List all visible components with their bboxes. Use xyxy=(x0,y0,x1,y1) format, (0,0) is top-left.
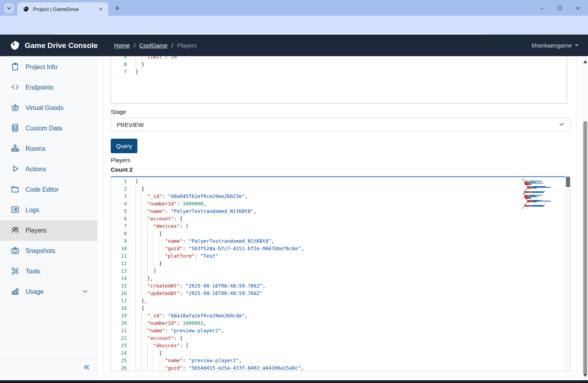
code-token: "account" xyxy=(147,335,174,341)
code-token: "updatedAt" xyxy=(147,290,180,296)
indent-guide xyxy=(135,312,141,319)
sidebar-item-label: Snapshots xyxy=(26,247,55,255)
new-tab-button[interactable]: + xyxy=(112,3,122,13)
code-token: : xyxy=(165,208,171,214)
tab-search-button[interactable] xyxy=(4,3,14,13)
code-line: 22"account": { xyxy=(111,334,570,342)
code-line: 11"platform": "Test" xyxy=(111,252,570,260)
line-number: 5 xyxy=(111,56,127,60)
maximize-button[interactable] xyxy=(552,2,568,13)
line-number: 5 xyxy=(111,207,127,215)
minimize-button[interactable]: – xyxy=(534,2,550,13)
indent-guide xyxy=(135,304,141,312)
code-token: , xyxy=(203,320,206,326)
code-token: 1000001 xyxy=(183,320,203,326)
indent-guide xyxy=(153,260,159,267)
indent-guide xyxy=(147,357,153,364)
line-number: 12 xyxy=(111,260,127,267)
close-window-button[interactable]: × xyxy=(570,2,586,13)
indent-guide xyxy=(153,252,159,260)
browser-tab[interactable]: Project | GameDrive × xyxy=(17,2,108,16)
code-token: , xyxy=(245,193,248,199)
indent-guide xyxy=(141,56,147,60)
indent-guide xyxy=(153,364,159,371)
scroll-up-icon[interactable] xyxy=(583,59,587,63)
gamedrive-logo-icon xyxy=(9,40,20,51)
indent-guide xyxy=(141,245,147,252)
code-token: "2025-08-16T08:48:59.766Z" xyxy=(186,290,263,296)
folder-icon xyxy=(11,185,20,195)
minimap[interactable] xyxy=(521,178,565,217)
code-token: "platform" xyxy=(165,253,194,259)
query-code-editor[interactable]: 5limit : 206}7} xyxy=(111,56,567,104)
stage-select[interactable]: PREVIEW xyxy=(111,118,570,131)
code-token: : [ xyxy=(180,223,189,229)
editor-scrollbar-thumb[interactable] xyxy=(566,177,570,187)
breadcrumb-item-coolgame[interactable]: CoolGame xyxy=(139,42,168,49)
user-menu[interactable]: khonkaengame xyxy=(531,42,579,49)
code-line: 18{ xyxy=(111,304,570,312)
tab-close-icon[interactable]: × xyxy=(97,5,104,13)
indent-guide xyxy=(153,357,159,364)
scroll-down-icon[interactable] xyxy=(583,374,587,378)
sidebar-collapse-button[interactable]: « xyxy=(84,362,89,371)
sidebar-item-code-editor[interactable]: Code Editor xyxy=(0,180,97,200)
indent-guide xyxy=(135,357,141,364)
code-token: 1000000 xyxy=(183,201,203,207)
sidebar-item-virtual-goods[interactable]: Virtual Goods xyxy=(0,98,97,118)
code-token: : xyxy=(165,328,171,334)
bar-chart-icon xyxy=(11,287,20,297)
line-number: 3 xyxy=(111,192,127,200)
code-token: [ xyxy=(135,178,139,184)
page-scrollbar-thumb[interactable] xyxy=(583,121,587,375)
indent-guide xyxy=(141,334,147,342)
page-scrollbar[interactable] xyxy=(582,56,588,380)
stage-value: PREVIEW xyxy=(117,121,144,128)
sidebar-item-usage[interactable]: Usage xyxy=(0,282,97,302)
sidebar-item-rooms[interactable]: Rooms xyxy=(0,139,97,159)
indent-guide xyxy=(141,267,147,275)
sidebar-item-endpoints[interactable]: Endpoints xyxy=(0,77,97,98)
line-number: 4 xyxy=(111,200,127,207)
query-editor-lines: 5limit : 206}7} xyxy=(111,56,567,75)
indent-guide xyxy=(147,260,153,267)
code-line: 1[ xyxy=(111,178,570,185)
code-line: 7"devices": [ xyxy=(111,222,570,230)
code-token: { xyxy=(159,231,162,236)
players-label: Players xyxy=(111,157,130,163)
query-button[interactable]: Query xyxy=(111,139,137,153)
indent-guide xyxy=(141,290,147,297)
main-content: 5limit : 206}7} Stage PREVIEW Query Play… xyxy=(98,56,582,380)
indent-guide xyxy=(135,334,141,342)
chevron-down-icon xyxy=(7,6,11,11)
code-line: 19"_id": "68a18afa2ef0ce29ee260cde", xyxy=(111,312,570,319)
code-token: "numberId" xyxy=(147,320,177,326)
sidebar-item-players[interactable]: Players xyxy=(0,220,97,241)
minimap-line xyxy=(522,208,564,209)
code-token: , xyxy=(301,246,304,251)
browser-window: Project | GameDrive × + – × console.game… xyxy=(0,0,588,383)
username: khonkaengame xyxy=(531,42,572,49)
indent-guide xyxy=(135,267,141,275)
sidebar-item-actions[interactable]: Actions xyxy=(0,159,97,180)
breadcrumb-item-players: Players xyxy=(177,42,197,49)
sidebar-item-custom-data[interactable]: Custom Data xyxy=(0,118,97,139)
sidebar-item-tools[interactable]: Tools xyxy=(0,261,97,282)
indent-guide xyxy=(135,60,141,68)
minimap-token xyxy=(522,208,523,209)
sidebar-item-project-info[interactable]: Project Info xyxy=(0,57,97,77)
sidebar-item-logs[interactable]: Logs xyxy=(0,200,97,220)
code-token: , xyxy=(221,328,224,334)
users-icon xyxy=(11,225,20,236)
indent-guide xyxy=(135,200,141,207)
line-number: 6 xyxy=(111,215,127,222)
indent-guide xyxy=(141,364,147,371)
breadcrumb-item-home[interactable]: Home xyxy=(114,42,130,49)
code-token: } xyxy=(141,61,144,67)
result-code-editor[interactable]: 1[2{3"_id": "68a045fb2ef0ce29ee26023e",4… xyxy=(111,176,570,371)
editor-focus-line xyxy=(111,176,565,177)
sidebar-item-snapshots[interactable]: Snapshots xyxy=(0,241,97,261)
sidebar-item-label: Code Editor xyxy=(26,186,59,193)
code-token: , xyxy=(263,283,266,289)
editor-scrollbar[interactable] xyxy=(565,176,570,371)
